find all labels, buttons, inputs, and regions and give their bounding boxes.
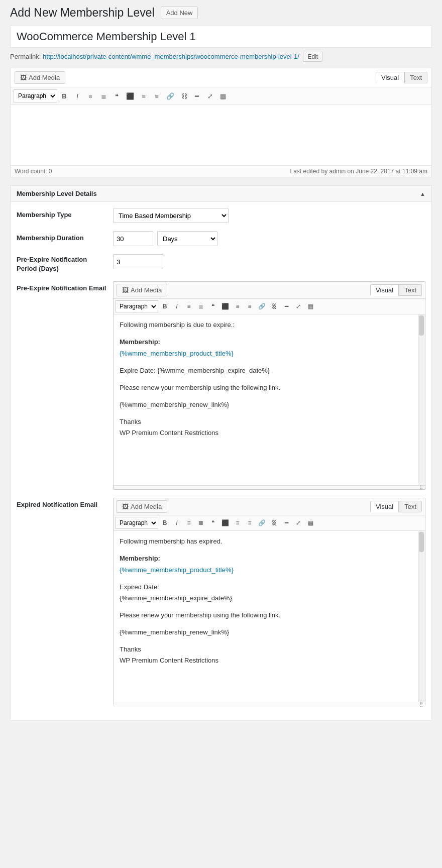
expired-product-title-link[interactable]: {%wmme_membership_product_title%} [120,566,234,574]
expired-align-left[interactable]: ⬛ [219,517,231,529]
expired-add-media-button[interactable]: 🖼 Add Media [117,500,167,513]
expired-email-label: Expired Notification Email [17,498,107,508]
expired-resize-handle[interactable]: ⣿ [419,701,423,707]
editor-content[interactable] [11,105,431,165]
pre-expire-editor-top: 🖼 Add Media Visual Text [114,282,425,299]
pre-expire-line-3: Expire Date: {%wmme_membership_expire_da… [120,365,416,376]
expired-paragraph-select[interactable]: Paragraph [116,517,158,529]
pre-expire-content[interactable]: Following membership is due to expire.: … [114,314,425,485]
expired-ul[interactable]: ≡ [183,517,194,529]
pre-expire-italic[interactable]: I [171,300,182,312]
fullscreen-button[interactable]: ⤢ [204,89,216,102]
align-right-button[interactable]: ≡ [151,89,163,102]
permalink-link[interactable]: http://localhost/private-content/wmme_me… [43,53,299,60]
expired-align-right[interactable]: ≡ [244,517,255,529]
align-center-button[interactable]: ≡ [138,89,150,102]
expired-blockquote[interactable]: ❝ [207,517,218,529]
unlink-button[interactable]: ⛓ [178,89,190,102]
expired-ol[interactable]: ≣ [195,517,206,529]
expired-link[interactable]: 🔗 [256,517,268,529]
ordered-list-button[interactable]: ≣ [97,89,109,102]
expired-editor-footer: ⣿ [114,702,425,706]
table-button[interactable]: ▦ [217,89,229,102]
expired-media-icon: 🖼 [122,503,129,510]
expired-table[interactable]: ▦ [305,517,316,529]
permalink-edit-button[interactable]: Edit [303,52,322,62]
pre-expire-fullscreen[interactable]: ⤢ [293,300,304,312]
pre-expire-resize-handle[interactable]: ⣿ [419,485,423,490]
expired-more[interactable]: ━ [281,517,292,529]
expired-content-wrapper: Following membership has expired. Member… [114,531,425,702]
pre-expire-ol[interactable]: ≣ [195,300,206,312]
expired-line-3: Expired Date:{%wmme_membership_expire_da… [120,582,416,604]
pre-expire-align-right[interactable]: ≡ [244,300,255,312]
duration-number-input[interactable] [113,231,153,246]
insert-more-button[interactable]: ━ [191,89,203,102]
last-edited: Last edited by admin on June 22, 2017 at… [290,168,427,175]
pre-expire-blockquote[interactable]: ❝ [207,300,218,312]
pre-expire-editor-footer: ⣿ [114,485,425,489]
pre-expire-table[interactable]: ▦ [305,300,316,312]
expired-editor-top: 🖼 Add Media Visual Text [114,498,425,515]
expired-scrollbar-track [418,531,425,702]
membership-type-select[interactable]: Time Based Membership Unlimited Membersh… [113,208,229,223]
text-tab[interactable]: Text [404,72,427,83]
add-new-button[interactable]: Add New [161,7,198,19]
editor-top-bar: 🖼 Add Media Visual Text [11,68,431,87]
expired-line-1: Following membership has expired. [120,536,416,547]
pre-expire-product-title-link[interactable]: {%wmme_membership_product_title%} [120,350,234,357]
pre-expire-paragraph-select[interactable]: Paragraph [116,300,158,312]
add-media-label: Add Media [29,74,60,81]
duration-unit-select[interactable]: Days Weeks Months Years [157,231,217,246]
expired-toolbar: Paragraph B I ≡ ≣ ❝ ⬛ ≡ ≡ 🔗 ⛓ [114,515,425,531]
link-button[interactable]: 🔗 [164,89,177,102]
pre-expire-content-wrapper: Following membership is due to expire.: … [114,314,425,485]
pre-expire-scrollbar-track [418,314,425,485]
visual-text-tabs: Visual Text [376,72,427,83]
expired-notification-editor: 🖼 Add Media Visual Text Paragraph [113,498,425,706]
expired-align-center[interactable]: ≡ [232,517,243,529]
pre-expire-align-center[interactable]: ≡ [232,300,243,312]
membership-duration-label: Membership Duration [17,231,107,242]
visual-tab[interactable]: Visual [376,72,404,83]
pre-expire-bold[interactable]: B [159,300,170,312]
membership-level-details-metabox: Membership Level Details Membership Type… [10,185,432,721]
pre-expire-period-input[interactable] [113,254,163,269]
expired-fullscreen[interactable]: ⤢ [293,517,304,529]
pre-expire-text-tab[interactable]: Text [399,284,422,296]
pre-expire-add-media-button[interactable]: 🖼 Add Media [117,284,167,296]
metabox-title: Membership Level Details [17,190,97,197]
expired-content[interactable]: Following membership has expired. Member… [114,531,425,702]
blockquote-button[interactable]: ❝ [111,89,123,102]
media-icon: 🖼 [20,74,27,81]
metabox-header[interactable]: Membership Level Details [11,186,431,202]
pre-expire-unlink[interactable]: ⛓ [269,300,280,312]
word-count: Word count: 0 [15,168,52,175]
pre-expire-visual-tab[interactable]: Visual [370,284,399,296]
page-header: Add New Membership Level Add New [10,6,432,20]
unordered-list-button[interactable]: ≡ [84,89,96,102]
permalink-label: Permalink: [10,53,41,60]
expired-visual-tab[interactable]: Visual [370,501,399,512]
expired-bold[interactable]: B [159,517,170,529]
pre-expire-line-4: Please renew your membership using the f… [120,382,416,393]
expired-text-tab[interactable]: Text [399,501,422,512]
expired-italic[interactable]: I [171,517,182,529]
bold-button[interactable]: B [58,89,70,102]
italic-button[interactable]: I [71,89,83,102]
pre-expire-ul[interactable]: ≡ [183,300,194,312]
pre-expire-toolbar: Paragraph B I ≡ ≣ ❝ ⬛ ≡ ≡ 🔗 ⛓ [114,299,425,314]
post-title-input[interactable] [17,30,425,43]
membership-type-label: Membership Type [17,208,107,219]
expired-line-4: Please renew your membership using the f… [120,610,416,621]
expired-visual-text-tabs: Visual Text [370,501,422,512]
pre-expire-link[interactable]: 🔗 [256,300,268,312]
expired-unlink[interactable]: ⛓ [269,517,280,529]
membership-type-control: Time Based Membership Unlimited Membersh… [113,208,425,223]
paragraph-select[interactable]: Paragraph [14,89,57,102]
pre-expire-more[interactable]: ━ [281,300,292,312]
expired-line-2: Membership: {%wmme_membership_product_ti… [120,553,416,575]
pre-expire-align-left[interactable]: ⬛ [219,300,231,312]
add-media-button[interactable]: 🖼 Add Media [15,71,65,84]
align-left-button[interactable]: ⬛ [124,89,137,102]
